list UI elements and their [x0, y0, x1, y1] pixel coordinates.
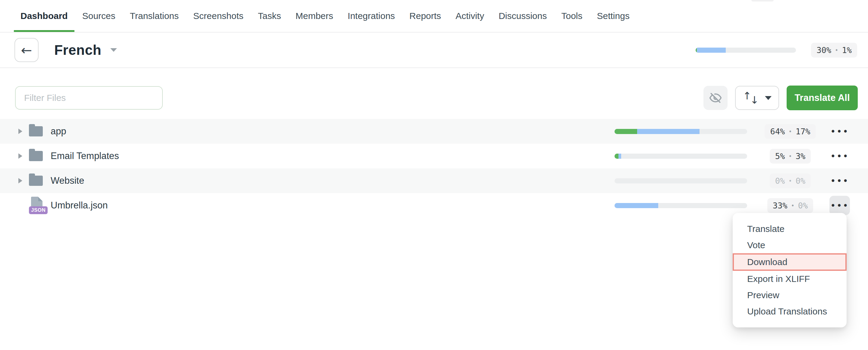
row-actions-button[interactable]: ••• [830, 147, 850, 166]
progress-translated-segment [697, 47, 726, 53]
tab-settings[interactable]: Settings [590, 0, 636, 32]
toolbar-actions: ↑ ↓ Translate All [704, 86, 858, 110]
menu-item-upload-translations[interactable]: Upload Translations [733, 303, 846, 320]
file-name[interactable]: app [51, 126, 66, 137]
tab-reports[interactable]: Reports [403, 0, 447, 32]
tab-activity[interactable]: Activity [449, 0, 491, 32]
file-progress-badge: 33% • 0% [767, 198, 813, 213]
tab-dashboard[interactable]: Dashboard [14, 0, 74, 32]
file-progress-badge: 0% • 0% [770, 173, 811, 188]
tab-integrations[interactable]: Integrations [341, 0, 402, 32]
back-button[interactable]: ← [14, 38, 38, 62]
header-progress-group: 30% • 1% [695, 43, 857, 58]
dot-separator: • [835, 47, 838, 53]
menu-item-preview[interactable]: Preview [733, 287, 846, 303]
file-row-email-templates[interactable]: Email Templates 5% • 3% ••• [0, 144, 868, 168]
toggle-hidden-files-button[interactable] [704, 86, 727, 110]
page-title: French [54, 42, 101, 58]
sort-button[interactable]: ↑ ↓ [735, 86, 779, 110]
back-arrow-icon: ← [21, 42, 32, 58]
tab-sources[interactable]: Sources [76, 0, 122, 32]
eye-off-icon [709, 91, 722, 104]
file-progress-badge: 5% • 3% [770, 149, 811, 164]
translated-pct: 30% [816, 45, 831, 55]
folder-icon [29, 151, 43, 161]
expand-caret-icon[interactable] [17, 129, 24, 134]
sort-dropdown-caret-icon [765, 96, 772, 100]
file-progress-bar [615, 203, 747, 208]
language-dropdown-caret-icon[interactable] [110, 48, 117, 52]
json-file-icon: JSON [29, 197, 44, 214]
file-progress-badge: 64% • 17% [765, 124, 815, 139]
row-actions-button-active[interactable]: ••• [830, 196, 850, 215]
file-name[interactable]: Umbrella.json [51, 200, 108, 211]
tab-tasks[interactable]: Tasks [251, 0, 288, 32]
folder-icon [29, 126, 43, 136]
progress-translated-segment [618, 154, 621, 159]
row-actions-button[interactable]: ••• [830, 122, 850, 141]
tab-screenshots[interactable]: Screenshots [187, 0, 250, 32]
file-name[interactable]: Email Templates [51, 151, 119, 161]
row-actions-button[interactable]: ••• [830, 171, 850, 190]
tab-translations[interactable]: Translations [123, 0, 185, 32]
progress-translated-segment [615, 203, 658, 208]
filter-files-input[interactable] [15, 86, 163, 109]
file-list: app 64% • 17% ••• Email Templates [0, 119, 868, 218]
file-name[interactable]: Website [51, 175, 84, 186]
file-row-website[interactable]: Website 0% • 0% ••• [0, 168, 868, 193]
language-progress-badge: 30% • 1% [811, 43, 857, 58]
progress-translated-segment [637, 129, 700, 134]
file-progress-bar [615, 129, 747, 134]
file-progress-bar [615, 154, 747, 159]
row-actions-context-menu: Translate Vote Download Export in XLIFF … [733, 213, 846, 327]
cutoff-element-top [751, 0, 774, 1]
tab-tools[interactable]: Tools [555, 0, 589, 32]
approved-pct: 1% [842, 45, 852, 55]
expand-caret-icon[interactable] [17, 153, 24, 159]
progress-approved-segment [615, 154, 618, 159]
tab-members[interactable]: Members [289, 0, 340, 32]
expand-caret-icon[interactable] [17, 178, 24, 184]
language-progress-bar [695, 47, 796, 53]
file-progress-bar [615, 178, 747, 184]
menu-item-download[interactable]: Download [733, 253, 846, 271]
progress-approved-segment [615, 129, 637, 134]
top-nav: Dashboard Sources Translations Screensho… [0, 0, 868, 33]
file-toolbar: ↑ ↓ Translate All [0, 86, 868, 110]
tab-discussions[interactable]: Discussions [492, 0, 553, 32]
sort-arrows-icon: ↑ ↓ [743, 92, 759, 104]
json-file-type-badge: JSON [29, 206, 48, 214]
folder-icon [29, 176, 43, 186]
file-row-app[interactable]: app 64% • 17% ••• [0, 119, 868, 144]
menu-item-export-xliff[interactable]: Export in XLIFF [733, 271, 846, 287]
menu-item-translate[interactable]: Translate [733, 221, 846, 237]
menu-item-vote[interactable]: Vote [733, 237, 846, 253]
page-header: ← French 30% • 1% [0, 33, 868, 68]
translate-all-button[interactable]: Translate All [786, 86, 858, 110]
